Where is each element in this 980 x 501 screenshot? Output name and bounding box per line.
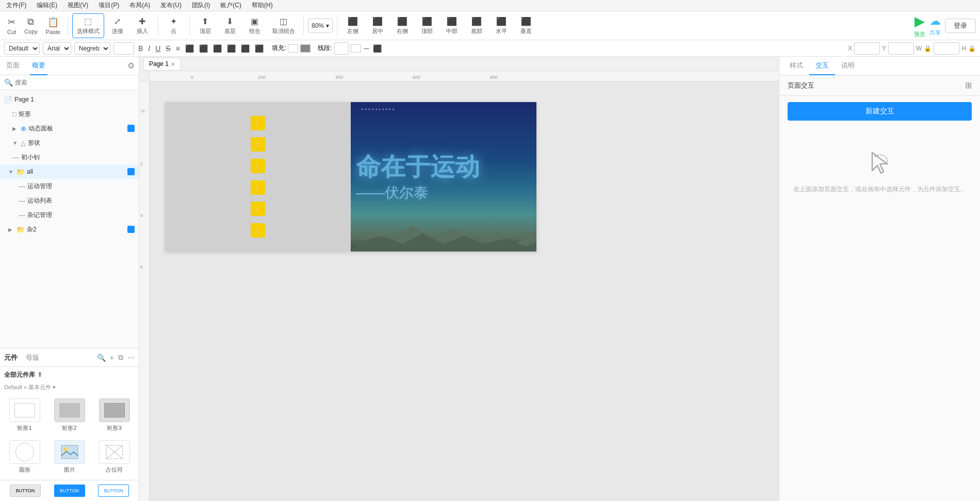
copy-button[interactable]: ⧉ Copy — [21, 13, 41, 38]
tab-page[interactable]: 页面 — [4, 57, 22, 75]
connect-button[interactable]: ⤢ 连接 — [106, 13, 129, 38]
comp-item-circle[interactable]: 圆形 — [4, 438, 45, 476]
menu-item-publish[interactable]: 发布(U) — [158, 0, 184, 11]
insert-button[interactable]: ✚ 插入 — [131, 13, 154, 38]
comp-tab-master[interactable]: 母版 — [26, 353, 39, 362]
menu-item-layout[interactable]: 布局(A) — [127, 0, 152, 11]
comp-item-rect1[interactable]: 矩形1 — [4, 396, 45, 434]
copy-comp-icon[interactable]: ⧉ — [118, 353, 123, 362]
tree-item-rect[interactable]: □ 矩形 — [0, 107, 139, 121]
menu-item-account[interactable]: 账户(C) — [218, 0, 243, 11]
canvas-scroll[interactable]: 0 2 4 6 ⚡ ⚡ ⚡ ⚡ ⚡ ⚡ — [139, 81, 779, 501]
align-right-button[interactable]: ⬛ 右侧 — [391, 13, 414, 38]
default-select[interactable]: Default — [4, 42, 40, 55]
align-top-button[interactable]: ⬛ 顶部 — [416, 13, 438, 38]
tree-item-sport-manage[interactable]: — 运动管理 — [0, 179, 139, 193]
align-left-button[interactable]: ⬛ 左侧 — [341, 13, 364, 38]
canvas-page[interactable]: ⚡ ⚡ ⚡ ⚡ ⚡ ⚡ ★ ★ ★ ★ ★ ★ ★ ★ ★ ★ 命在于运动 ——… — [165, 102, 536, 252]
w-input[interactable] — [934, 42, 959, 55]
menu-item-team[interactable]: 团队(I) — [190, 0, 212, 11]
align-text-center-icon[interactable]: ⬛ — [198, 43, 209, 54]
canvas-tab-page1[interactable]: Page 1 ✕ — [143, 58, 181, 70]
menu-item-help[interactable]: 帮助(H) — [250, 0, 275, 11]
tree-item-all[interactable]: ▼ 📁 all — [0, 164, 139, 179]
align-text-left-icon[interactable]: ⬛ — [184, 43, 195, 54]
align-top-text-icon[interactable]: ⬛ — [240, 43, 251, 54]
add-comp-icon[interactable]: + — [110, 354, 114, 362]
login-button[interactable]: 登录 — [945, 19, 976, 33]
strikethrough-icon[interactable]: S — [165, 43, 171, 54]
align-mid-text-icon[interactable]: ⬛ — [254, 43, 265, 54]
underline-icon[interactable]: U — [154, 43, 161, 54]
font-family-select[interactable]: Arial — [43, 42, 71, 55]
tree-item-page1[interactable]: 📄 Page 1 — [0, 92, 139, 107]
group-button[interactable]: ▣ 组合 — [243, 13, 266, 38]
comp-item-rect2[interactable]: 矩形2 — [49, 396, 90, 434]
stroke-color[interactable] — [351, 44, 361, 53]
menu-item-file[interactable]: 文件(F) — [4, 0, 28, 11]
align-center-button[interactable]: ⬛ 居中 — [366, 13, 389, 38]
distribute-h-button[interactable]: ⬛ 水平 — [490, 13, 513, 38]
comp-item-btn2[interactable]: BUTTON — [48, 482, 91, 499]
tree-item-note-manage[interactable]: — 杂记管理 — [0, 208, 139, 222]
right-tab-notes[interactable]: 说明 — [835, 57, 861, 75]
top-button[interactable]: ⬆ 顶层 — [194, 13, 217, 38]
mountains-svg — [351, 215, 536, 252]
point-button[interactable]: ✦ 点 — [162, 13, 185, 38]
align-text-justify-icon[interactable]: ⬛ — [226, 43, 237, 54]
menu-item-edit[interactable]: 编辑(E) — [35, 0, 59, 11]
italic-icon[interactable]: I — [147, 43, 151, 54]
new-interaction-button[interactable]: 新建交互 — [788, 102, 972, 121]
search-input[interactable] — [15, 79, 135, 86]
search-comp-icon[interactable]: 🔍 — [97, 354, 106, 362]
comp-item-btn3[interactable]: BUTTON — [92, 482, 135, 499]
close-tab-icon[interactable]: ✕ — [171, 61, 175, 67]
menu-item-view[interactable]: 视图(V) — [66, 0, 90, 11]
comp-tab-components[interactable]: 元件 — [4, 353, 18, 362]
list-icon[interactable]: ≡ — [175, 43, 181, 54]
comp-item-btn1[interactable]: BUTTON — [4, 482, 46, 499]
paste-button[interactable]: 📋 Paste — [43, 13, 63, 38]
align-top-label: 顶部 — [421, 27, 433, 35]
fill-color-dark[interactable] — [300, 44, 311, 53]
stroke-width-input[interactable]: 1 — [334, 42, 349, 55]
cut-button[interactable]: ✂ Cut — [4, 13, 19, 38]
share-button[interactable]: ☁ 共享 — [929, 14, 941, 37]
library-expand-icon[interactable]: ⬆ — [37, 371, 42, 378]
page-icon[interactable]: ⊞ — [965, 80, 972, 90]
select-mode-button[interactable]: ⬚ 选择模式 — [72, 13, 104, 38]
preview-button[interactable]: ▶ 预览 — [914, 13, 925, 38]
y-input[interactable] — [888, 42, 914, 55]
tree-item-za2[interactable]: ▶ 📁 杂2 — [0, 222, 139, 237]
filter-icon[interactable]: ⚙ — [127, 61, 135, 71]
right-tab-style[interactable]: 样式 — [783, 57, 809, 75]
stroke-style-icon[interactable]: ─ — [363, 43, 370, 54]
comp-item-image[interactable]: 图片 — [49, 438, 90, 476]
comp-item-placeholder[interactable]: 占位符 — [94, 438, 135, 476]
bottom-button[interactable]: ⬇ 底层 — [219, 13, 241, 38]
align-mid-button[interactable]: ⬛ 中部 — [440, 13, 463, 38]
tree-item-shape[interactable]: ▼ △ 形状 — [0, 136, 139, 150]
tree-item-line[interactable]: — 初小钊 — [0, 150, 139, 164]
stroke-end-icon[interactable]: ⬛ — [372, 43, 383, 54]
zoom-control[interactable]: 80% ▾ — [308, 19, 333, 33]
tree-item-panel[interactable]: ▶ ⊕ 动态面板 — [0, 121, 139, 136]
font-size-input[interactable]: 13 — [113, 42, 134, 55]
h-label: H — [961, 45, 966, 52]
bold-icon[interactable]: B — [137, 43, 144, 54]
x-input[interactable] — [854, 42, 880, 55]
distribute-v-button[interactable]: ⬛ 垂直 — [515, 13, 537, 38]
y-label: Y — [882, 45, 886, 52]
fill-color-white[interactable] — [288, 44, 298, 53]
menu-item-project[interactable]: 项目(P) — [96, 0, 121, 11]
align-text-right-icon[interactable]: ⬛ — [212, 43, 223, 54]
sport-manage-label: 运动管理 — [27, 182, 52, 191]
tree-item-sport-list[interactable]: — 运动列表 — [0, 193, 139, 208]
more-comp-icon[interactable]: ⋯ — [127, 354, 135, 362]
align-bottom-button[interactable]: ⬛ 底部 — [465, 13, 488, 38]
ungroup-button[interactable]: ◫ 取消组合 — [268, 13, 299, 38]
comp-item-rect3[interactable]: 矩形3 — [94, 396, 135, 434]
font-style-select[interactable]: Negreta — [74, 42, 110, 55]
right-tab-interact[interactable]: 交互 — [809, 57, 835, 75]
tab-outline[interactable]: 概要 — [30, 57, 47, 75]
